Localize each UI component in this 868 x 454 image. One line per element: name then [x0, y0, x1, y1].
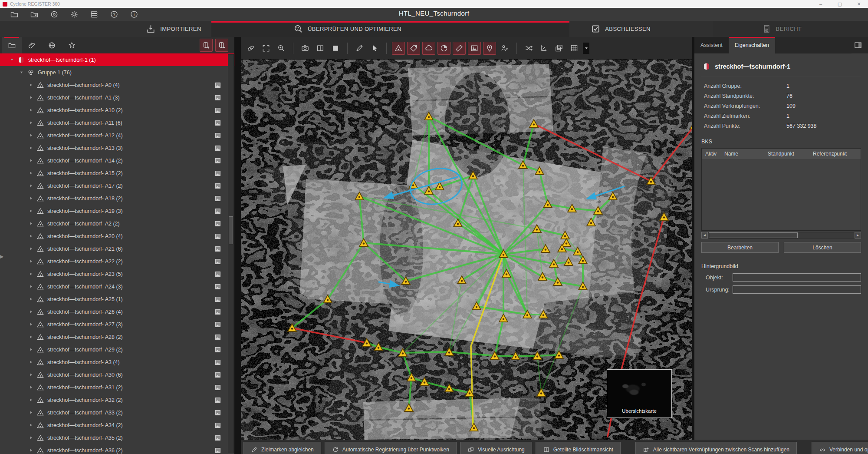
tree-item-scan[interactable]: streckhof—tschurndorf- A32 (2): [0, 394, 234, 406]
solid-view-tool[interactable]: [329, 42, 342, 55]
alle-sichtbaren-verknüpfungen-zwischen-scans-hinzufügen-button[interactable]: Alle sichtbaren Verknüpfungen zwischen S…: [635, 442, 797, 454]
orbit-tool[interactable]: [244, 42, 257, 55]
image-thumbnail-icon[interactable]: [214, 447, 221, 454]
toggle-targets[interactable]: [392, 42, 405, 55]
minimize-button[interactable]: –: [818, 1, 824, 7]
panel-collapse-handle[interactable]: ▶: [0, 250, 7, 263]
image-thumbnail-icon[interactable]: [214, 157, 221, 164]
tree-scrollbar[interactable]: [228, 54, 234, 453]
tree-item-scan[interactable]: streckhof—tschurndorf- A29 (2): [0, 343, 234, 356]
image-thumbnail-icon[interactable]: [214, 409, 221, 416]
zoom-region-tool[interactable]: [275, 42, 288, 55]
select-tool[interactable]: [368, 42, 381, 55]
tree-item-scan[interactable]: streckhof—tschurndorf- A1 (3): [0, 91, 234, 104]
image-thumbnail-icon[interactable]: [214, 94, 221, 101]
tree-expander-icon[interactable]: [29, 410, 33, 415]
image-thumbnail-icon[interactable]: [214, 296, 221, 303]
tree-item-scan[interactable]: streckhof—tschurndorf- A34 (2): [0, 419, 234, 431]
image-thumbnail-icon[interactable]: [214, 308, 221, 315]
image-thumbnail-icon[interactable]: [214, 371, 221, 378]
tree-item-scan[interactable]: streckhof—tschurndorf- A27 (3): [0, 318, 234, 331]
tree-expander-icon[interactable]: [29, 95, 33, 100]
image-thumbnail-icon[interactable]: [214, 271, 221, 278]
toggle-links[interactable]: [453, 42, 466, 55]
bearbeiten-button[interactable]: Bearbeiten: [701, 242, 779, 253]
tree-expander-icon[interactable]: [10, 57, 14, 62]
image-thumbnail-icon[interactable]: [214, 258, 221, 265]
tree-expander-icon[interactable]: [29, 398, 33, 402]
panel-layout-button[interactable]: [852, 39, 865, 52]
tree-expander-icon[interactable]: [29, 158, 33, 163]
verbinden-und-optimieren-button[interactable]: Verbinden und optimieren: [812, 442, 868, 454]
toggle-labels[interactable]: [407, 42, 420, 55]
import-project-icon[interactable]: [30, 10, 39, 19]
info-icon[interactable]: [129, 10, 139, 19]
image-thumbnail-icon[interactable]: [214, 321, 221, 328]
toggle-images[interactable]: [468, 42, 481, 55]
scrollbar-track[interactable]: [708, 232, 855, 239]
tree-item-scan[interactable]: streckhof—tschurndorf- A20 (4): [0, 230, 234, 242]
tree-expander-icon[interactable]: [29, 221, 33, 226]
bks-column-header[interactable]: R: [857, 151, 861, 157]
tree-item-scan[interactable]: streckhof—tschurndorf- A19 (3): [0, 205, 234, 217]
tree-expander-icon[interactable]: [29, 322, 33, 327]
tree-expander-icon[interactable]: [29, 284, 33, 289]
tab-eigenschaften[interactable]: Eigenschaften: [729, 37, 775, 53]
image-thumbnail-icon[interactable]: [214, 283, 221, 290]
ursprung-input[interactable]: [733, 285, 861, 294]
image-thumbnail-icon[interactable]: [214, 208, 221, 215]
maximize-button[interactable]: ▢: [837, 1, 843, 7]
tree-item-scan[interactable]: streckhof—tschurndorf- A26 (4): [0, 305, 234, 318]
image-thumbnail-icon[interactable]: [214, 334, 221, 341]
tab-attachments[interactable]: [22, 37, 42, 53]
zielmarken-abgleichen-button[interactable]: Zielmarken abgleichen: [243, 442, 321, 454]
toggle-trajectory[interactable]: [498, 42, 511, 55]
tree-item-scan[interactable]: streckhof—tschurndorf- A23 (5): [0, 268, 234, 280]
screenshot-tool[interactable]: [299, 42, 312, 55]
close-button[interactable]: ✕: [856, 1, 862, 7]
image-thumbnail-icon[interactable]: [214, 434, 221, 441]
tree-item-scan[interactable]: streckhof—tschurndorf- A11 (6): [0, 116, 234, 129]
links-overview-tool[interactable]: [522, 42, 535, 55]
image-thumbnail-icon[interactable]: [214, 132, 221, 139]
toggle-point-clouds[interactable]: [422, 42, 435, 55]
tab-abschliessen[interactable]: ABSCHLIESSEN: [569, 21, 720, 37]
storage-icon[interactable]: [89, 10, 99, 19]
recent-project-icon[interactable]: [49, 10, 59, 19]
tab-sphere-view[interactable]: [42, 37, 62, 53]
image-thumbnail-icon[interactable]: [214, 107, 221, 114]
loeschen-button[interactable]: Löschen: [784, 242, 861, 253]
tree-expander-icon[interactable]: [29, 196, 33, 201]
tree-scrollbar-thumb[interactable]: [229, 216, 233, 244]
tree-item-scan[interactable]: streckhof—tschurndorf- A0 (4): [0, 79, 234, 91]
image-thumbnail-icon[interactable]: [214, 233, 221, 240]
link-green[interactable]: [516, 356, 537, 356]
tree-item-bundle-root[interactable]: streckhof—tschurndorf-1 (1): [0, 53, 234, 66]
image-thumbnail-icon[interactable]: [214, 245, 221, 252]
tree-item-scan[interactable]: streckhof—tschurndorf- A24 (3): [0, 280, 234, 293]
tree-item-scan[interactable]: streckhof—tschurndorf- A2 (2): [0, 217, 234, 230]
tree-item-scan[interactable]: streckhof—tschurndorf- A35 (2): [0, 431, 234, 444]
measure-tool[interactable]: [353, 42, 366, 55]
tree-item-scan[interactable]: streckhof—tschurndorf- A30 (6): [0, 368, 234, 381]
fit-view-tool[interactable]: [260, 42, 273, 55]
sitemap-view[interactable]: Übersichtskarte: [241, 60, 692, 440]
tree-expander-icon[interactable]: [29, 209, 33, 213]
tree-expander-icon[interactable]: [29, 133, 33, 138]
tree-expander-icon[interactable]: [29, 423, 33, 427]
tab-project-explorer[interactable]: [2, 37, 22, 53]
grid-tool[interactable]: [568, 42, 581, 55]
open-project-icon[interactable]: [10, 10, 19, 19]
image-thumbnail-icon[interactable]: [214, 384, 221, 391]
tree-expander-icon[interactable]: [29, 171, 33, 176]
tree-expander-icon[interactable]: [29, 259, 33, 264]
tree-expander-icon[interactable]: [29, 385, 33, 390]
tree-item-scan[interactable]: streckhof—tschurndorf- A31 (2): [0, 381, 234, 394]
image-thumbnail-icon[interactable]: [214, 359, 221, 366]
tree-expander-icon[interactable]: [29, 335, 33, 339]
tree-expander-icon[interactable]: [29, 108, 33, 113]
add-bundle-button[interactable]: [200, 39, 213, 52]
link-green[interactable]: [495, 356, 516, 356]
visuelle-ausrichtung-button[interactable]: Visuelle Ausrichtung: [460, 442, 532, 454]
tree-expander-icon[interactable]: [29, 372, 33, 377]
